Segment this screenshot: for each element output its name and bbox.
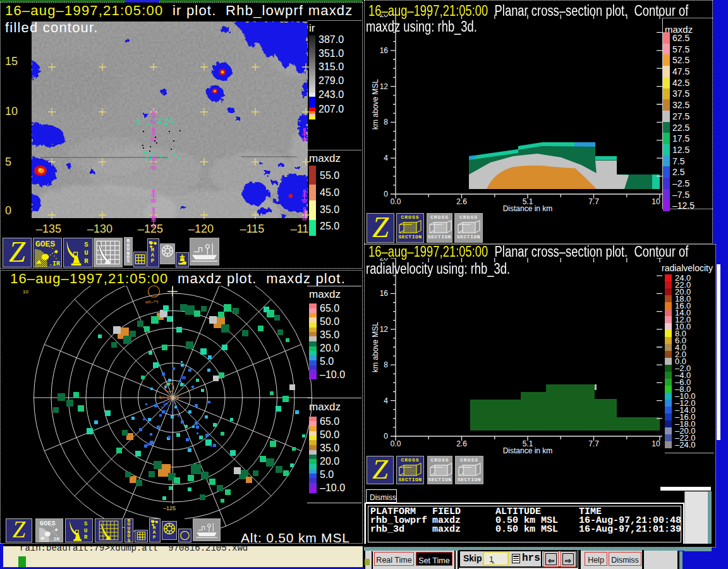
svg-text:S: S [84, 241, 88, 248]
svg-text:km above MSL: km above MSL [371, 322, 380, 372]
svg-text:U: U [84, 528, 87, 534]
svg-text:8: 8 [384, 360, 388, 369]
svg-text:12: 12 [380, 325, 389, 334]
svg-text:.IR: .IR [51, 536, 60, 542]
svg-text:P: P [153, 535, 156, 540]
svg-text:2.6: 2.6 [456, 197, 467, 206]
svg-text:wh–**t: wh–**t [145, 300, 158, 304]
svg-text:0.0: 0.0 [391, 197, 401, 206]
svg-text:4: 4 [384, 154, 388, 162]
svg-text:10: 10 [652, 439, 660, 448]
svg-text:b<–125–6: b<–125–6 [159, 395, 179, 400]
svg-text:Distance in km: Distance in km [503, 446, 553, 455]
svg-text:10: 10 [652, 197, 660, 206]
svg-text:4: 4 [384, 396, 388, 405]
svg-text:Distance in km: Distance in km [503, 204, 553, 213]
svg-text:20: 20 [380, 15, 389, 19]
svg-text:7.7: 7.7 [588, 197, 599, 206]
svg-text:R: R [84, 257, 88, 265]
svg-text:km above MSL: km above MSL [371, 79, 380, 130]
svg-text:0: 0 [384, 432, 388, 441]
svg-text:16: 16 [380, 289, 389, 298]
svg-text:20: 20 [380, 258, 389, 262]
svg-text:P: P [151, 258, 154, 264]
svg-text:2.6: 2.6 [456, 439, 467, 448]
svg-text:7.7: 7.7 [588, 439, 599, 448]
svg-text:10: 10 [23, 289, 28, 295]
svg-text:0.0: 0.0 [391, 439, 401, 448]
svg-text:GOES: GOES [35, 240, 55, 249]
svg-text:16: 16 [380, 46, 389, 55]
svg-text:.IR: .IR [49, 260, 60, 267]
svg-text:U: U [84, 249, 88, 257]
svg-text:R: R [84, 534, 88, 541]
svg-text:12: 12 [380, 82, 389, 91]
svg-text:–125: –125 [163, 505, 176, 511]
svg-text:8: 8 [384, 118, 388, 126]
svg-text:GOES: GOES [40, 520, 56, 527]
svg-text:S: S [84, 521, 87, 527]
svg-text:0: 0 [384, 190, 388, 199]
